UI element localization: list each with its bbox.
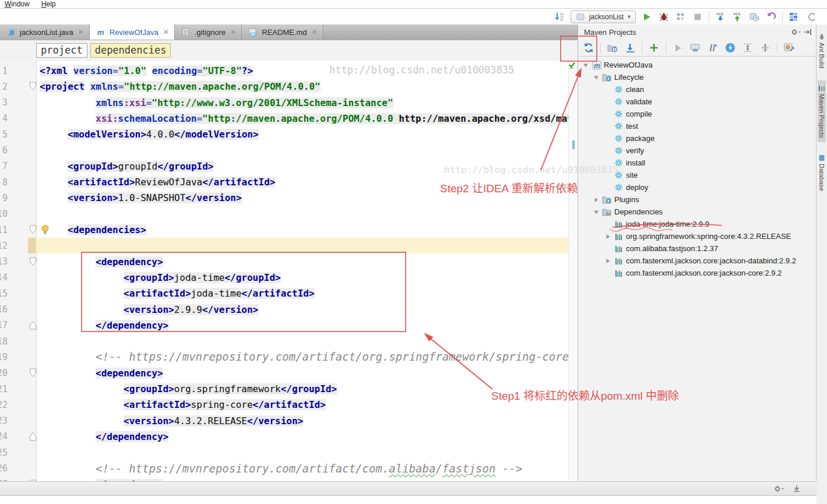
run-icon[interactable]: [641, 11, 653, 23]
line-number: 2: [0, 79, 8, 94]
generate-sources-icon[interactable]: [607, 42, 618, 54]
code-line[interactable]: <!-- https://mvnrepository.com/artifact/…: [96, 461, 522, 477]
maven-tree-item[interactable]: mReviewOfJava: [578, 59, 817, 71]
menu-help[interactable]: Help: [41, 0, 56, 8]
code-line[interactable]: <dependency>: [96, 254, 163, 270]
code-line[interactable]: <modelVersion>4.0.0</modelVersion>: [68, 126, 259, 142]
code-token: <modelVersion>: [68, 129, 146, 140]
stop-icon[interactable]: [692, 11, 703, 23]
data-grid-icon[interactable]: [788, 11, 800, 23]
skip-tests-icon[interactable]: [707, 42, 719, 54]
code-line[interactable]: <dependencies>: [68, 222, 146, 238]
code-line[interactable]: <version>1.0-SNAPSHOT</version>: [68, 190, 242, 206]
close-icon[interactable]: ✕: [163, 28, 169, 36]
maven-tree-item[interactable]: com.fasterxml.jackson.core:jackson-datab…: [578, 255, 817, 267]
tool-window-tab-maven-projects[interactable]: Maven Projects: [818, 80, 826, 142]
code-line[interactable]: <groupId>org.springframework</groupId>: [124, 381, 337, 397]
breadcrumb-dependencies[interactable]: dependencies: [90, 43, 171, 58]
maven-settings-icon[interactable]: [783, 42, 795, 54]
maven-tree-item[interactable]: com.fasterxml.jackson.core:jackson-core:…: [578, 267, 817, 279]
maven-tree-item[interactable]: deploy: [578, 181, 817, 193]
expander-down-icon[interactable]: [582, 61, 589, 69]
code-line[interactable]: xsi:schemaLocation="http://maven.apache.…: [96, 111, 578, 126]
vcs-update-icon[interactable]: VCS: [715, 11, 726, 23]
maven-tree-item[interactable]: Lifecycle: [578, 71, 817, 83]
minimize-icon[interactable]: [791, 483, 803, 495]
maven-tree-item[interactable]: test: [578, 120, 817, 132]
maven-tree-item[interactable]: joda-time:joda-time:2.9.9: [578, 218, 817, 230]
code-line[interactable]: <artifactId>spring-core</artifactId>: [124, 397, 326, 413]
tool-window-tab-ant-build[interactable]: Ant Build: [818, 29, 826, 72]
reimport-icon[interactable]: [583, 42, 594, 54]
expander-right-icon[interactable]: [604, 232, 611, 240]
fold-marker-icon[interactable]: [29, 257, 37, 266]
gear-icon[interactable]: [773, 483, 785, 495]
code-line[interactable]: </dependency>: [96, 318, 168, 333]
collapse-all-icon[interactable]: [759, 42, 771, 54]
changes-icon[interactable]: [748, 11, 760, 23]
add-icon[interactable]: [648, 42, 660, 54]
coverage-icon[interactable]: [675, 11, 687, 23]
offline-icon[interactable]: [724, 42, 736, 54]
tab-jacksonlist-java[interactable]: jacksonList.java✕: [0, 24, 90, 40]
close-icon[interactable]: ✕: [230, 28, 236, 36]
code-line[interactable]: <dependency>: [96, 477, 163, 481]
fold-marker-icon[interactable]: [29, 82, 37, 91]
intention-bulb-icon[interactable]: [41, 224, 50, 235]
code-line[interactable]: xmlns:xsi="http://www.w3.org/2001/XMLSch…: [96, 95, 393, 111]
maven-tree-item[interactable]: compile: [578, 108, 817, 120]
close-icon[interactable]: ✕: [78, 28, 84, 36]
expand-all-icon[interactable]: [742, 42, 754, 54]
sort-lines-icon[interactable]: 011001: [554, 11, 565, 23]
vcs-commit-icon[interactable]: VCS: [731, 11, 743, 23]
expander-down-icon[interactable]: [592, 73, 600, 81]
tab--gitignore[interactable]: .gitignore✕: [175, 24, 242, 40]
rollback-icon[interactable]: [765, 11, 777, 23]
code-token: 4.3.2.RELEASE: [174, 415, 247, 427]
run-configuration-select[interactable]: jacksonList▼: [571, 10, 636, 23]
maven-tree-item[interactable]: Plugins: [578, 193, 817, 206]
run-maven-icon[interactable]: m: [689, 42, 701, 54]
code-line[interactable]: <project xmlns="http://maven.apache.org/…: [40, 79, 321, 94]
maven-tree-item[interactable]: Dependencies: [578, 206, 817, 218]
fold-marker-icon[interactable]: [29, 320, 37, 330]
search-icon[interactable]: [805, 11, 817, 23]
fold-marker-icon[interactable]: [29, 368, 37, 378]
code-line[interactable]: <?xml version="1.0" encoding="UTF-8"?>: [40, 63, 253, 79]
maven-tree-item[interactable]: validate: [578, 96, 817, 108]
code-line[interactable]: <groupId>groupId</groupId>: [68, 158, 213, 174]
maven-tree-item[interactable]: clean: [578, 83, 817, 96]
code-token: "1.0": [118, 65, 146, 76]
tab-readme-md[interactable]: MDREADME.md✕: [242, 24, 323, 40]
download-sources-icon[interactable]: [624, 42, 636, 54]
run-goal-icon[interactable]: [672, 42, 684, 54]
tab-reviewofjava[interactable]: mReviewOfJava✕: [90, 24, 175, 40]
code-line[interactable]: <!-- https://mvnrepository.com/artifact/…: [96, 349, 578, 365]
breadcrumb-project[interactable]: project: [36, 43, 87, 58]
editor[interactable]: 1234567891011121314151617181920212223242…: [0, 61, 578, 481]
code-line[interactable]: <version>4.3.2.RELEASE</version>: [124, 413, 303, 429]
expander-down-icon[interactable]: [592, 208, 600, 216]
debug-icon[interactable]: [658, 11, 670, 23]
maven-tree-item[interactable]: package: [578, 132, 817, 144]
expander-right-icon[interactable]: [604, 257, 611, 265]
tool-window-tab-database[interactable]: Database: [818, 150, 826, 195]
gear-icon[interactable]: [790, 26, 802, 38]
maven-tree-item[interactable]: verify: [578, 144, 817, 157]
hide-icon[interactable]: [802, 26, 814, 38]
expander-right-icon[interactable]: [592, 196, 600, 203]
close-icon[interactable]: ✕: [312, 28, 318, 36]
maven-tree-item[interactable]: org.springframework:spring-core:4.3.2.RE…: [578, 230, 817, 242]
inspection-ok-icon[interactable]: [568, 62, 576, 72]
code-line[interactable]: <groupId>joda-time</groupId>: [124, 270, 281, 286]
code-line[interactable]: <artifactId>joda-time</artifactId>: [124, 286, 315, 301]
fold-marker-icon[interactable]: [29, 432, 37, 441]
maven-tree-item[interactable]: com.alibaba:fastjson:1.2.37: [578, 242, 817, 255]
code-line[interactable]: <version>2.9.9</version>: [124, 302, 258, 318]
code-line[interactable]: </dependency>: [96, 429, 168, 445]
code-line[interactable]: <artifactId>ReviewOfJava</artifactId>: [68, 174, 275, 190]
editor-scrollbar[interactable]: [568, 61, 578, 481]
menu-window[interactable]: Window: [5, 0, 30, 8]
fold-marker-icon[interactable]: [29, 225, 37, 234]
code-line[interactable]: <dependency>: [96, 365, 163, 381]
